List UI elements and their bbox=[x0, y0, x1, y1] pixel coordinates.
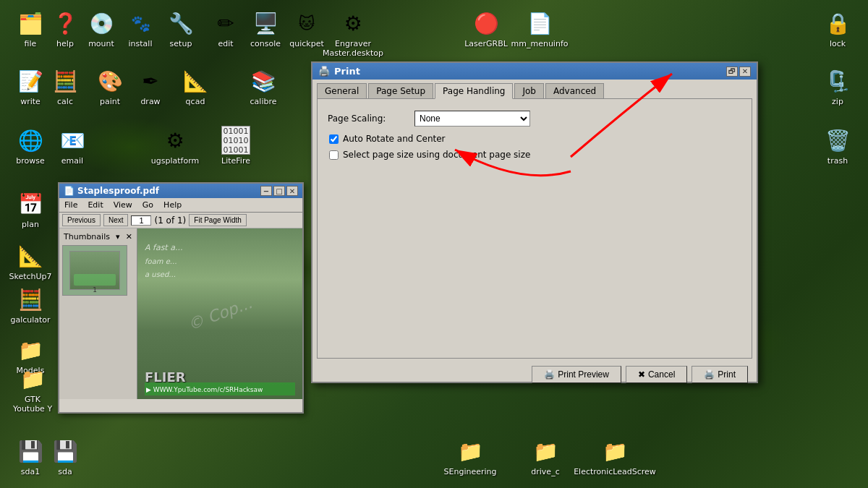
calibre-icon-label: calibre bbox=[250, 97, 277, 106]
pdf-page-input[interactable] bbox=[131, 215, 151, 226]
print-window-controls[interactable]: 🗗 ✕ bbox=[726, 67, 751, 77]
pdf-maximize-button[interactable]: □ bbox=[273, 186, 285, 196]
plan-icon: 📅 bbox=[16, 189, 45, 218]
sda2-icon: 💾 bbox=[51, 437, 80, 466]
tab-page-handling[interactable]: Page Handling bbox=[435, 83, 513, 99]
cancel-button[interactable]: ✖ Cancel bbox=[626, 366, 687, 383]
pdf-menu-go[interactable]: Go bbox=[140, 200, 156, 210]
draw-icon: ✒️ bbox=[136, 67, 165, 95]
desktop-icon-calc[interactable]: 🧮 calc bbox=[42, 64, 88, 109]
desktop-icon-galculator[interactable]: 🧮 galculator bbox=[7, 282, 54, 328]
desktop-icon-gtk[interactable]: 📁 GTK Youtube Y bbox=[7, 361, 58, 416]
page-scaling-label: Page Scaling: bbox=[328, 114, 414, 124]
print-icon: 🖨️ bbox=[704, 369, 715, 380]
paint-icon-label: paint bbox=[100, 97, 120, 106]
desktop-icon-email[interactable]: 📧 email bbox=[49, 123, 95, 168]
email-icon: 📧 bbox=[58, 126, 87, 155]
pdf-next-button[interactable]: Next bbox=[103, 214, 129, 226]
galculator-icon: 🧮 bbox=[16, 285, 45, 314]
page-scaling-select[interactable]: None bbox=[414, 111, 530, 127]
desktop-icon-engineering[interactable]: 📁 SEngineering bbox=[447, 434, 493, 479]
tab-job[interactable]: Job bbox=[514, 83, 544, 99]
auto-rotate-label[interactable]: Auto Rotate and Center bbox=[343, 134, 446, 144]
desktop-icon-lock[interactable]: 🔒 lock bbox=[814, 6, 861, 51]
print-title-icon: 🖨️ bbox=[318, 66, 330, 77]
calibre-icon: 📚 bbox=[249, 67, 278, 95]
print-restore-button[interactable]: 🗗 bbox=[726, 67, 738, 77]
pdf-menu-view[interactable]: View bbox=[111, 200, 135, 210]
desktop-icon-menuinfo[interactable]: 📄 mm_menuinfo bbox=[516, 6, 563, 51]
pdf-menu-edit[interactable]: Edit bbox=[85, 200, 105, 210]
mount-icon: 💿 bbox=[87, 9, 116, 38]
pdf-youtube-bar: ▶ WWW.YpuTube.com/c/SRHacksaw bbox=[145, 382, 295, 395]
desktop-icon-drivec[interactable]: 📁 drive_c bbox=[522, 434, 569, 479]
desktop-icon-paint[interactable]: 🎨 paint bbox=[87, 64, 133, 109]
litefire-icon: 010010101001001 bbox=[221, 126, 250, 155]
galculator-icon-label: galculator bbox=[10, 315, 50, 325]
print-tab-content: Page Scaling: None Auto Rotate and Cente… bbox=[317, 98, 752, 359]
edit-icon: ✏️ bbox=[211, 9, 240, 38]
desktop-icon-eleadscrew[interactable]: 📁 ElectronicLeadScrew bbox=[592, 434, 638, 479]
desktop-icon-engraver[interactable]: ⚙️ Engraver Master.desktop bbox=[324, 6, 382, 61]
pdf-fit-button[interactable]: Fit Page Width bbox=[189, 214, 247, 226]
pdf-menu-help[interactable]: Help bbox=[161, 200, 184, 210]
print-buttons: 🖨️ Print Preview ✖ Cancel 🖨️ Print bbox=[312, 359, 757, 390]
desktop-icon-qcad[interactable]: 📐 qcad bbox=[172, 64, 218, 109]
print-preview-button[interactable]: 🖨️ Print Preview bbox=[532, 366, 621, 383]
desktop-icon-sda2[interactable]: 💾 sda bbox=[42, 434, 88, 479]
desktop-icon-litefire[interactable]: 010010101001001 LiteFire bbox=[213, 123, 259, 168]
desktop-icon-sketchup[interactable]: 📐 SketchUp7 bbox=[7, 239, 54, 284]
print-preview-icon: 🖨️ bbox=[544, 369, 555, 380]
desktop-icon-calibre[interactable]: 📚 calibre bbox=[240, 64, 286, 109]
desktop-icon-zip[interactable]: 🗜️ zip bbox=[814, 64, 861, 109]
print-close-button[interactable]: ✕ bbox=[739, 67, 751, 77]
pdf-minimize-button[interactable]: − bbox=[260, 186, 272, 196]
print-dialog-titlebar: 🖨️ Print 🗗 ✕ bbox=[312, 63, 757, 80]
tab-advanced[interactable]: Advanced bbox=[545, 83, 604, 99]
desktop-icon-lasergrbl[interactable]: 🔴 LaserGRBL bbox=[463, 6, 509, 51]
gtk-folder-icon: 📁 bbox=[18, 364, 47, 393]
pdf-prev-button[interactable]: Previous bbox=[62, 214, 101, 226]
setup-icon: 🔧 bbox=[166, 9, 195, 38]
thumbnails-close[interactable]: ✕ bbox=[126, 232, 132, 241]
quickpet-icon-label: quickpet bbox=[289, 39, 324, 48]
write-icon: 📝 bbox=[16, 67, 45, 95]
auto-rotate-checkbox[interactable] bbox=[329, 134, 339, 144]
desktop-icon-trash[interactable]: 🗑️ trash bbox=[814, 123, 861, 168]
desktop-icon-ugsplatform[interactable]: ⚙️ ugsplatform bbox=[152, 123, 198, 168]
thumbnails-label: Thumbnails bbox=[64, 232, 110, 241]
pdf-menu-file[interactable]: File bbox=[62, 200, 80, 210]
help-icon-label: help bbox=[56, 39, 74, 48]
select-page-size-label[interactable]: Select page size using document page siz… bbox=[343, 150, 530, 160]
sda1-icon-label: sda1 bbox=[21, 467, 40, 476]
print-title-text: Print bbox=[334, 66, 360, 77]
engineering-folder-icon: 📁 bbox=[456, 437, 485, 466]
lasergrbl-icon-label: LaserGRBL bbox=[464, 39, 508, 48]
console-icon-label: console bbox=[250, 39, 281, 48]
thumbnails-dropdown[interactable]: ▾ bbox=[116, 232, 120, 241]
draw-icon-label: draw bbox=[140, 97, 160, 106]
desktop-icon-browse[interactable]: 🌐 browse bbox=[7, 123, 54, 168]
desktop-icon-plan[interactable]: 📅 plan bbox=[7, 187, 54, 232]
pdf-title-icon: 📄 bbox=[64, 186, 75, 196]
pdf-titlebar: 📄 Staplesproof.pdf − □ ✕ bbox=[59, 184, 302, 198]
pdf-watermark: © Cop... bbox=[185, 294, 255, 333]
print-button[interactable]: 🖨️ Print bbox=[692, 366, 748, 383]
pdf-close-button[interactable]: ✕ bbox=[286, 186, 298, 196]
calc-icon-label: calc bbox=[57, 97, 73, 106]
tab-page-setup[interactable]: Page Setup bbox=[368, 83, 433, 99]
browse-icon: 🌐 bbox=[16, 126, 45, 155]
plan-icon-label: plan bbox=[22, 220, 39, 229]
help-icon: ❓ bbox=[51, 9, 80, 38]
drivec-icon-label: drive_c bbox=[531, 467, 559, 476]
write-icon-label: write bbox=[20, 97, 41, 106]
desktop-icon-draw[interactable]: ✒️ draw bbox=[127, 64, 174, 109]
desktop-icon-setup[interactable]: 🔧 setup bbox=[158, 6, 204, 51]
pdf-text-foam: foam e... bbox=[145, 257, 176, 265]
pdf-window-controls[interactable]: − □ ✕ bbox=[260, 186, 298, 196]
desktop-icon-console[interactable]: 🖥️ console bbox=[242, 6, 289, 51]
select-page-size-checkbox[interactable] bbox=[329, 150, 339, 160]
desktop-icon-install[interactable]: 🐾 install bbox=[117, 6, 163, 51]
pdf-thumbnail[interactable] bbox=[62, 245, 127, 296]
tab-general[interactable]: General bbox=[317, 83, 367, 99]
